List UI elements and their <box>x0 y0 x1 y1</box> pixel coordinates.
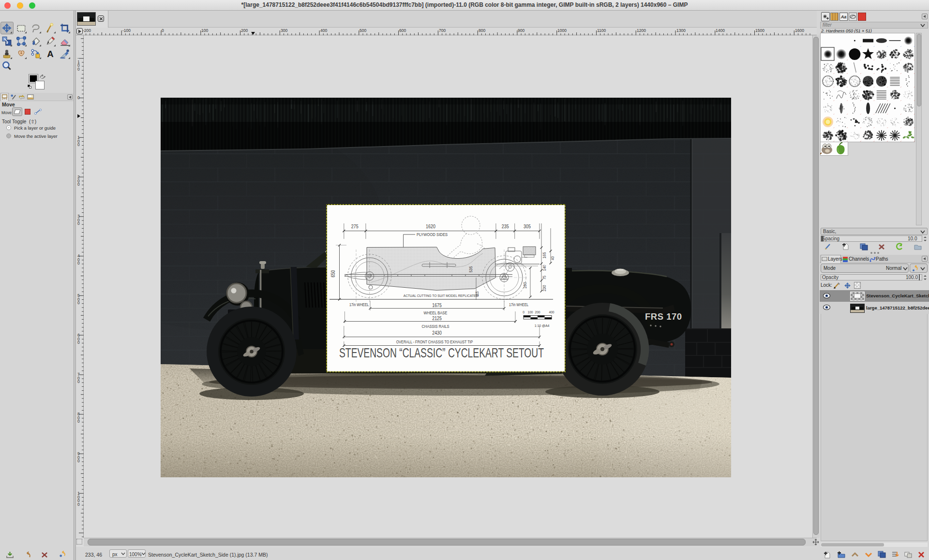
svg-text:300: 300 <box>77 214 80 226</box>
svg-text:500: 500 <box>77 293 80 305</box>
svg-text:1675: 1675 <box>432 302 441 308</box>
svg-text:400: 400 <box>77 253 80 265</box>
svg-text:1:10 @A4: 1:10 @A4 <box>535 323 550 328</box>
svg-text:-100: -100 <box>77 56 80 72</box>
svg-text:100: 100 <box>527 309 533 314</box>
svg-text:1400: 1400 <box>716 28 725 33</box>
svg-text:1100: 1100 <box>597 28 606 33</box>
svg-text:1600: 1600 <box>795 28 804 33</box>
svg-text:0: 0 <box>523 309 524 314</box>
svg-text:17in WHEEL: 17in WHEEL <box>509 302 528 307</box>
svg-text:900: 900 <box>518 28 524 33</box>
svg-text:0: 0 <box>162 28 164 33</box>
svg-text:2430: 2430 <box>432 330 441 336</box>
svg-text:200: 200 <box>77 175 80 187</box>
svg-text:900: 900 <box>77 451 80 463</box>
svg-text:600: 600 <box>77 333 80 345</box>
svg-text:1620: 1620 <box>426 223 435 229</box>
svg-text:300: 300 <box>281 28 287 33</box>
svg-text:260: 260 <box>522 282 527 288</box>
svg-text:1200: 1200 <box>637 28 646 33</box>
svg-text:800: 800 <box>479 28 485 33</box>
svg-text:235: 235 <box>502 223 509 229</box>
svg-text:-100: -100 <box>122 28 131 33</box>
svg-text:800: 800 <box>77 412 80 424</box>
svg-text:400: 400 <box>549 309 554 314</box>
svg-text:17in WHEEL: 17in WHEEL <box>349 302 369 307</box>
svg-text:40: 40 <box>550 256 555 260</box>
svg-text:500: 500 <box>360 28 366 33</box>
svg-text:100: 100 <box>201 28 208 33</box>
svg-text:WHEEL BASE: WHEEL BASE <box>424 310 448 315</box>
svg-text:305: 305 <box>524 223 531 229</box>
svg-text:275: 275 <box>351 223 359 229</box>
svg-text:650: 650 <box>330 270 336 277</box>
svg-text:535: 535 <box>468 266 473 272</box>
svg-text:140: 140 <box>542 265 547 271</box>
svg-text:1500: 1500 <box>755 28 764 33</box>
svg-text:200: 200 <box>535 309 540 314</box>
svg-text:1000: 1000 <box>77 491 80 507</box>
svg-text:1000: 1000 <box>557 28 567 33</box>
svg-text:200: 200 <box>241 28 248 33</box>
svg-text:PLYWOOD SIDES: PLYWOOD SIDES <box>417 232 448 237</box>
svg-text:A: A <box>47 49 54 59</box>
svg-text:2125: 2125 <box>432 315 441 321</box>
svg-text:400: 400 <box>320 28 327 33</box>
svg-text:600: 600 <box>399 28 406 33</box>
svg-text:230: 230 <box>541 285 547 291</box>
svg-text:STEVENSON “CLASSIC” CYCLEKART: STEVENSON “CLASSIC” CYCLEKART SETOUT <box>339 345 544 360</box>
svg-text:100: 100 <box>77 135 80 147</box>
svg-text:75: 75 <box>542 275 547 280</box>
svg-text:165: 165 <box>541 252 547 258</box>
svg-text:0: 0 <box>77 95 80 100</box>
svg-text:CHASSIS RAILS: CHASSIS RAILS <box>421 324 450 329</box>
svg-text:ACTUAL CUTTING TO SUIT MODEL R: ACTUAL CUTTING TO SUIT MODEL REPLICATED <box>404 293 479 298</box>
svg-text:OVERALL - FRONT CHASSIS TO EXH: OVERALL - FRONT CHASSIS TO EXHAUST TIP <box>396 339 473 344</box>
svg-text:700: 700 <box>77 372 80 384</box>
svg-text:700: 700 <box>439 28 446 33</box>
svg-text:1300: 1300 <box>676 28 686 33</box>
